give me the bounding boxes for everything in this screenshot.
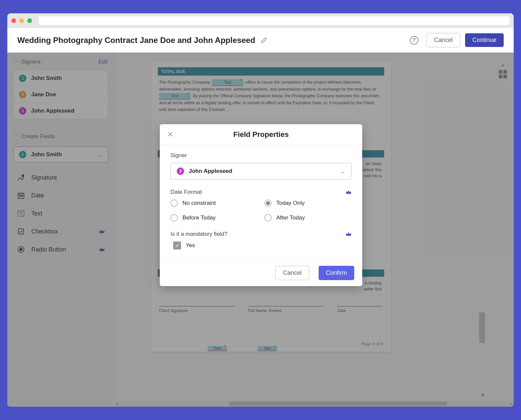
cancel-button[interactable]: Cancel	[426, 33, 460, 47]
radio-label: Before Today	[182, 214, 216, 221]
continue-button[interactable]: Continue	[465, 33, 504, 47]
mandatory-yes-label: Yes	[186, 242, 195, 249]
radio-before-today[interactable]: Before Today	[170, 214, 258, 221]
mandatory-checkbox[interactable]: ✓	[173, 241, 181, 249]
radio-icon	[170, 200, 178, 207]
titlebar	[7, 13, 514, 28]
date-format-radio-group: No constraint Today Only Before Today Af…	[170, 200, 352, 221]
edit-title-icon[interactable]	[261, 37, 267, 44]
modal-footer: Cancel Confirm	[160, 259, 362, 286]
radio-label: Today Only	[276, 200, 305, 207]
app-window: Wedding Photography Contract Jane Doe an…	[7, 13, 514, 407]
radio-no-constraint[interactable]: No constraint	[170, 200, 258, 207]
premium-crown-icon	[346, 190, 352, 195]
mandatory-label: Is it a mandatory field?	[170, 231, 352, 237]
help-icon[interactable]: ?	[410, 36, 418, 45]
signer-select[interactable]: 3 John Appleseed ⌄	[170, 163, 352, 180]
radio-icon	[264, 214, 272, 221]
signer-label: Signer	[170, 152, 352, 159]
modal-title: Field Properties	[233, 130, 289, 139]
document-title: Wedding Photography Contract Jane Doe an…	[17, 36, 255, 45]
toolbar: Wedding Photography Contract Jane Doe an…	[7, 28, 514, 53]
radio-icon	[264, 200, 272, 207]
modal-header: ✕ Field Properties	[160, 124, 362, 145]
modal-cancel-button[interactable]: Cancel	[275, 266, 309, 280]
premium-crown-icon	[346, 232, 352, 236]
field-properties-modal: ✕ Field Properties Signer 3 John Applese…	[160, 124, 362, 286]
zoom-window-icon[interactable]	[27, 18, 32, 23]
radio-after-today[interactable]: After Today	[264, 214, 352, 221]
window-controls	[11, 18, 32, 23]
modal-body: Signer 3 John Appleseed ⌄ Date Format No…	[160, 145, 362, 259]
radio-label: After Today	[276, 214, 305, 221]
signer-badge: 3	[177, 168, 184, 175]
date-format-label: Date Format	[170, 189, 352, 196]
url-bar[interactable]	[39, 16, 510, 25]
selected-signer-name: John Appleseed	[189, 168, 232, 175]
chevron-down-icon: ⌄	[340, 168, 345, 175]
minimize-window-icon[interactable]	[19, 18, 24, 23]
document-title-wrap: Wedding Photography Contract Jane Doe an…	[17, 36, 267, 45]
radio-label: No constraint	[182, 200, 216, 207]
mandatory-checkbox-row[interactable]: ✓ Yes	[173, 241, 352, 249]
modal-confirm-button[interactable]: Confirm	[319, 266, 354, 280]
radio-icon	[170, 214, 178, 221]
close-window-icon[interactable]	[11, 18, 16, 23]
radio-today-only[interactable]: Today Only	[264, 200, 352, 207]
modal-close-icon[interactable]: ✕	[167, 130, 173, 139]
